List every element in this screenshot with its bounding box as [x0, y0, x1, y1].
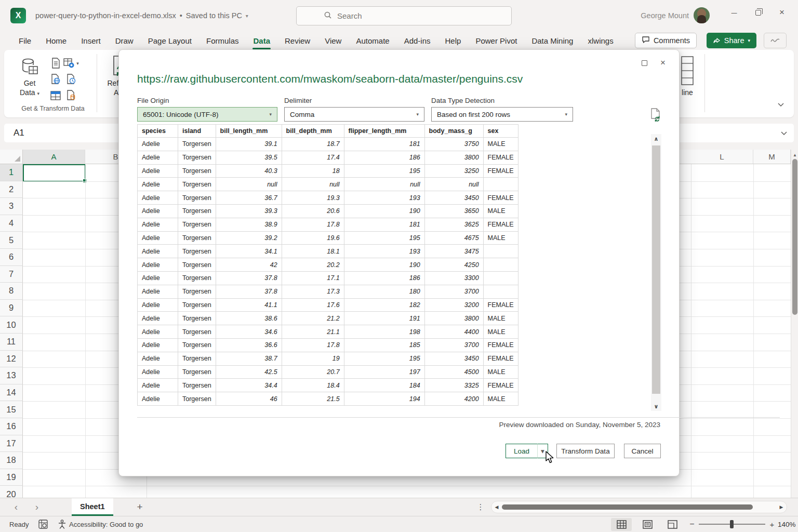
sheet-tab-sheet1[interactable]: Sheet1 — [72, 498, 113, 516]
preview-col-flipper_length_mm[interactable]: flipper_length_mm — [344, 125, 424, 138]
row-header-18[interactable]: 18 — [0, 452, 23, 469]
row-header-6[interactable]: 6 — [0, 249, 23, 266]
row-header-10[interactable]: 10 — [0, 316, 23, 334]
horizontal-scroll-thumb[interactable] — [502, 504, 753, 510]
scroll-left-icon[interactable]: ◀ — [491, 501, 502, 513]
view-page-layout-button[interactable] — [637, 518, 658, 531]
row-header-19[interactable]: 19 — [0, 469, 23, 486]
view-normal-button[interactable] — [611, 518, 632, 531]
from-text-csv-icon[interactable] — [48, 55, 63, 71]
ribbon-tab-power-pivot[interactable]: Power Pivot — [468, 33, 524, 48]
refresh-preview-icon[interactable] — [650, 108, 661, 124]
new-sheet-button[interactable]: + — [132, 498, 147, 516]
dialog-maximize-button[interactable] — [635, 56, 653, 70]
ribbon-collapse-chevron-icon[interactable] — [772, 98, 790, 111]
inking-button[interactable] — [764, 33, 787, 48]
preview-col-island[interactable]: island — [178, 125, 216, 138]
dialog-close-button[interactable]: × — [654, 56, 672, 70]
zoom-slider-thumb[interactable] — [730, 520, 734, 528]
saved-status[interactable]: Saved to this PC — [186, 11, 242, 20]
preview-col-species[interactable]: species — [138, 125, 178, 138]
comments-button[interactable]: Comments — [635, 33, 697, 48]
row-header-11[interactable]: 11 — [0, 334, 23, 351]
file-origin-select[interactable]: 65001: Unicode (UTF-8) ▾ — [137, 107, 277, 122]
sheet-nav-next-icon[interactable]: › — [29, 498, 45, 516]
vertical-scrollbar[interactable]: ▲ — [791, 150, 798, 498]
sheetbar-kebab-icon[interactable]: ⋮ — [475, 498, 486, 516]
preview-col-body_mass_g[interactable]: body_mass_g — [424, 125, 483, 138]
select-all-corner[interactable] — [0, 150, 23, 164]
delimiter-select[interactable]: Comma ▾ — [284, 107, 424, 122]
row-header-4[interactable]: 4 — [0, 215, 23, 232]
ribbon-tab-draw[interactable]: Draw — [108, 33, 141, 48]
row-header-7[interactable]: 7 — [0, 266, 23, 283]
ribbon-tab-review[interactable]: Review — [277, 33, 317, 48]
dialog-scroll-down-icon[interactable]: ∨ — [651, 402, 661, 411]
macro-record-icon[interactable] — [38, 520, 48, 530]
ribbon-tab-home[interactable]: Home — [38, 33, 74, 48]
accessibility-status[interactable]: Accessibility: Good to go — [58, 516, 143, 532]
row-header-8[interactable]: 8 — [0, 283, 23, 300]
scroll-up-icon[interactable]: ▲ — [791, 151, 798, 159]
ribbon-tab-add-ins[interactable]: Add-ins — [397, 33, 438, 48]
column-header-A[interactable]: A — [23, 150, 85, 164]
preview-col-bill_length_mm[interactable]: bill_length_mm — [216, 125, 282, 138]
active-cell-a1[interactable] — [23, 164, 86, 182]
vertical-scroll-thumb[interactable] — [792, 159, 797, 315]
row-header-17[interactable]: 17 — [0, 435, 23, 453]
ribbon-tab-xlwings[interactable]: xlwings — [580, 33, 620, 48]
zoom-percentage[interactable]: 140% — [778, 516, 796, 532]
share-button[interactable]: Share ▾ — [707, 33, 756, 48]
row-header-14[interactable]: 14 — [0, 384, 23, 402]
close-button[interactable]: × — [770, 0, 794, 25]
cancel-button[interactable]: Cancel — [624, 444, 661, 458]
ribbon-tab-data[interactable]: Data — [246, 33, 277, 48]
row-header-12[interactable]: 12 — [0, 351, 23, 368]
restore-button[interactable] — [746, 0, 770, 25]
transform-data-button[interactable]: Transform Data — [556, 444, 615, 458]
from-web-icon[interactable] — [48, 71, 63, 87]
row-header-15[interactable]: 15 — [0, 401, 23, 418]
sheet-nav-prev-icon[interactable]: ‹ — [8, 498, 24, 516]
user-name[interactable]: George Mount — [641, 0, 689, 31]
get-data-button[interactable]: Get Data ▾ — [14, 54, 46, 104]
dialog-scroll-up-icon[interactable]: ∧ — [651, 134, 661, 143]
preview-col-sex[interactable]: sex — [483, 125, 518, 138]
row-header-3[interactable]: 3 — [0, 198, 23, 215]
view-page-break-button[interactable] — [662, 518, 683, 531]
preview-cell — [483, 245, 518, 258]
minimize-button[interactable]: ─ — [722, 0, 746, 25]
ribbon-tab-page-layout[interactable]: Page Layout — [141, 33, 199, 48]
load-button[interactable]: Load — [506, 444, 538, 458]
ribbon-tab-formulas[interactable]: Formulas — [199, 33, 246, 48]
dialog-scroll-thumb[interactable] — [652, 145, 660, 394]
avatar[interactable] — [694, 7, 710, 23]
name-box[interactable]: A1 — [4, 124, 129, 142]
row-header-13[interactable]: 13 — [0, 367, 23, 384]
row-header-1[interactable]: 1 — [0, 164, 23, 181]
horizontal-scrollbar[interactable]: ◀ ▶ — [491, 501, 787, 513]
data-type-detection-select[interactable]: Based on first 200 rows ▾ — [431, 107, 573, 122]
row-header-9[interactable]: 9 — [0, 300, 23, 317]
ribbon-tab-automate[interactable]: Automate — [349, 33, 396, 48]
recent-sources-icon[interactable] — [63, 71, 79, 87]
from-table-range-icon[interactable] — [48, 87, 63, 103]
ribbon-tab-view[interactable]: View — [317, 33, 349, 48]
ribbon-tab-file[interactable]: File — [11, 33, 38, 48]
preview-col-bill_depth_mm[interactable]: bill_depth_mm — [282, 125, 344, 138]
scroll-right-icon[interactable]: ▶ — [776, 501, 787, 513]
row-header-16[interactable]: 16 — [0, 418, 23, 435]
from-picture-icon[interactable]: ▾ — [63, 55, 79, 71]
ribbon-tab-help[interactable]: Help — [438, 33, 469, 48]
row-header-2[interactable]: 2 — [0, 181, 23, 198]
ribbon-tab-data-mining[interactable]: Data Mining — [524, 33, 580, 48]
search-input[interactable]: Search — [296, 6, 512, 25]
ribbon-tab-insert[interactable]: Insert — [74, 33, 108, 48]
row-header-5[interactable]: 5 — [0, 232, 23, 249]
preview-cell: MALE — [483, 325, 518, 339]
saved-status-caret-icon[interactable]: ▾ — [246, 13, 248, 19]
zoom-out-button[interactable]: − — [687, 516, 697, 532]
existing-connections-icon[interactable] — [63, 87, 79, 103]
zoom-in-button[interactable]: + — [767, 516, 777, 532]
dialog-vertical-scrollbar[interactable]: ∧ ∨ — [651, 134, 661, 411]
